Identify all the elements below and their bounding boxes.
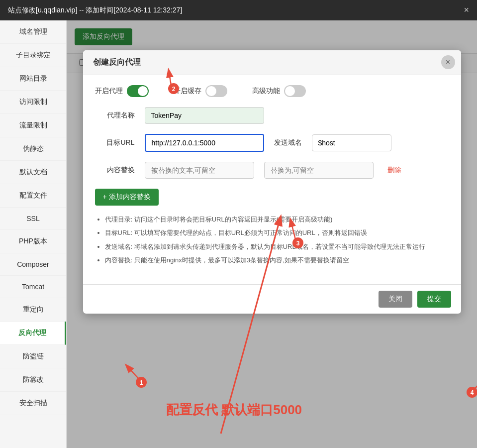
add-content-replace-button[interactable]: + 添加内容替换: [95, 189, 159, 206]
sidebar-item-pseudostatic[interactable]: 伪静态: [0, 137, 66, 161]
enable-cache-group: 开启缓存: [174, 85, 227, 97]
sidebar-item-trafficlimit[interactable]: 流量限制: [0, 114, 66, 137]
tip-3: 发送域名: 将域名添加到请求头传递到代理服务器，默认为目标URL域名，若设置不当…: [105, 241, 449, 252]
window-close-button[interactable]: ×: [464, 5, 469, 15]
sidebar-item-subdir[interactable]: 子目录绑定: [0, 44, 66, 67]
sidebar-item-phpver[interactable]: PHP版本: [0, 230, 66, 253]
enable-proxy-toggle[interactable]: [127, 85, 149, 97]
sidebar-item-ssl[interactable]: SSL: [0, 208, 66, 230]
window-title: 站点修改[u.qqdian.vip] -- 添加时间[2024-08-11 12…: [8, 6, 182, 15]
proxy-name-row: 代理名称: [95, 107, 449, 124]
close-modal-button[interactable]: 关闭: [379, 291, 412, 308]
modal-overlay: 创建反向代理 × 开启代理 开启缓存: [67, 20, 477, 448]
send-domain-label: 发送域名: [274, 138, 302, 147]
toggles-row: 开启代理 开启缓存 高级功能: [95, 85, 449, 97]
enable-proxy-label: 开启代理: [95, 87, 123, 96]
content-replace-label: 内容替换: [95, 166, 135, 175]
tip-2: 目标URL: 可以填写你需要代理的站点，目标URL必须为可正常访问的URL，否则…: [105, 227, 449, 238]
title-bar: 站点修改[u.qqdian.vip] -- 添加时间[2024-08-11 12…: [0, 0, 477, 20]
enable-proxy-group: 开启代理: [95, 85, 149, 97]
sidebar-item-webdir[interactable]: 网站目录: [0, 67, 66, 91]
sidebar-item-antitamper[interactable]: 防篡改: [0, 368, 66, 392]
submit-button[interactable]: 提交: [417, 291, 451, 308]
sidebar-item-tomcat[interactable]: Tomcat: [0, 276, 66, 298]
modal-close-button[interactable]: ×: [441, 55, 455, 69]
sidebar-item-defaultdoc[interactable]: 默认文档: [0, 161, 66, 184]
sidebar-item-redirect[interactable]: 重定向: [0, 298, 66, 322]
replace-from-input[interactable]: [145, 162, 254, 179]
advanced-feature-label: 高级功能: [252, 87, 280, 96]
sidebar-item-securityscan[interactable]: 安全扫描: [0, 392, 66, 415]
enable-cache-label: 开启缓存: [174, 87, 201, 96]
modal-header: 创建反向代理: [83, 50, 461, 75]
sidebar-item-hotlinkprotect[interactable]: 防盗链: [0, 345, 66, 368]
url-row: 目标URL 发送域名: [95, 134, 449, 152]
modal-title: 创建反向代理: [93, 58, 141, 66]
target-url-label: 目标URL: [95, 138, 135, 147]
advanced-feature-group: 高级功能: [252, 85, 306, 97]
replace-to-input[interactable]: [264, 162, 374, 179]
tip-4: 内容替换: 只能在使用nginx时提供，最多可以添加3条替换内容,如果不需要替换…: [105, 254, 449, 266]
modal-create-proxy: 创建反向代理 × 开启代理 开启缓存: [83, 50, 461, 314]
main-container: 域名管理 子目录绑定 网站目录 访问限制 流量限制 伪静态 默认文档 配置文件 …: [0, 20, 477, 448]
modal-body: 开启代理 开启缓存 高级功能 代: [83, 75, 461, 284]
target-url-input[interactable]: [145, 134, 264, 152]
tips-section: 代理目录: 访问这个目录时将会把目标URL的内容返回并显示(需要开启高级功能) …: [95, 214, 449, 266]
tip-1: 代理目录: 访问这个目录时将会把目标URL的内容返回并显示(需要开启高级功能): [105, 214, 449, 225]
content-replace-row: 内容替换 删除: [95, 162, 449, 179]
sidebar-item-reverseproxy[interactable]: 反向代理: [0, 322, 66, 345]
enable-cache-toggle[interactable]: [205, 85, 227, 97]
advanced-feature-toggle[interactable]: [284, 85, 306, 97]
sidebar-item-domain[interactable]: 域名管理: [0, 20, 66, 44]
sidebar-item-composer[interactable]: Composer: [0, 253, 66, 276]
content-area: 添加反向代理 名称 代理目录 目标url 缓存 状态 操作 创建反向代理 ×: [67, 20, 477, 448]
sidebar: 域名管理 子目录绑定 网站目录 访问限制 流量限制 伪静态 默认文档 配置文件 …: [0, 20, 67, 448]
sidebar-item-accesslimit[interactable]: 访问限制: [0, 91, 66, 114]
proxy-name-label: 代理名称: [95, 111, 135, 120]
sidebar-item-configfile[interactable]: 配置文件: [0, 184, 66, 208]
modal-footer: 关闭 提交: [83, 284, 461, 314]
proxy-name-input[interactable]: [145, 107, 264, 124]
delete-replace-button[interactable]: 删除: [387, 166, 401, 175]
send-domain-input[interactable]: [312, 134, 391, 151]
